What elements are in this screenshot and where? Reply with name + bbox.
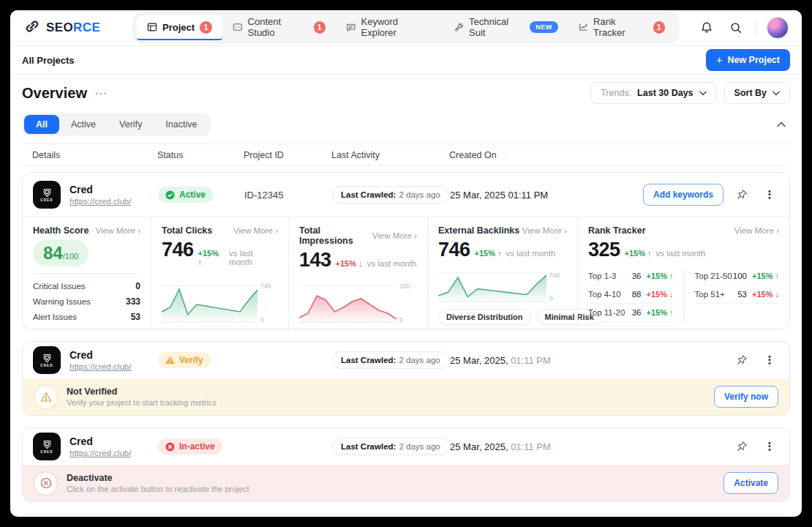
view-more-link[interactable]: View More ›	[233, 226, 278, 235]
brand-name: SEORCE	[46, 20, 100, 35]
kebab-menu-icon[interactable]: ⋮	[760, 185, 779, 204]
rank-row: Top 51+53+15% ↓	[695, 285, 780, 304]
project-name: Cred	[69, 184, 131, 197]
table-row: CRED Cred https://cred.club/ In-active L…	[23, 428, 789, 465]
table-header: Details Status Project ID Last Activity …	[22, 143, 790, 166]
trends-dropdown[interactable]: Trends: Last 30 Days	[590, 82, 716, 104]
status-filter-group: All Active Verify Inactive	[22, 113, 211, 136]
rank-tracker-card: Rank Tracker View More › 325 +15% ↑ vs l…	[577, 217, 789, 332]
view-more-link[interactable]: View More ›	[96, 226, 140, 235]
pin-icon[interactable]	[732, 437, 751, 456]
status-badge-active: Active	[158, 187, 213, 203]
tab-content-studio[interactable]: Content Studio 1	[222, 15, 336, 40]
not-verified-banner: Not Verified Verify your project to star…	[23, 378, 789, 415]
external-backlinks-card: External Backlinks View More › 746 +15% …	[427, 217, 577, 332]
col-details: Details	[32, 150, 157, 160]
created-on: 25 Mar, 2025, 01:11 PM	[450, 441, 732, 452]
warning-triangle-icon	[165, 356, 175, 365]
main-nav: Project 1 Content Studio 1 Keyword Explo…	[133, 12, 679, 43]
chevron-down-icon	[772, 91, 780, 96]
project-url-link[interactable]: https://cred.club/	[69, 362, 131, 371]
banner-subtitle: Verify your project to start tracking me…	[67, 398, 217, 407]
breadcrumb[interactable]: All Projects	[22, 55, 75, 66]
last-crawled-pill: Last Crawled:2 days ago	[332, 438, 449, 455]
notification-bell-icon[interactable]	[697, 18, 716, 37]
kebab-menu-icon[interactable]: ⋮	[760, 437, 779, 456]
avatar[interactable]	[767, 17, 789, 39]
table-row: CRED Cred https://cred.club/	[23, 515, 789, 517]
pin-icon[interactable]	[732, 351, 751, 370]
rank-row: Top 21-50100+15% ↑	[695, 267, 780, 285]
chevron-up-icon[interactable]	[772, 116, 790, 133]
cred-logo: CRED	[33, 346, 61, 374]
health-score-value: 84/100	[33, 240, 89, 266]
main-content: Overview ⋯ Trends: Last 30 Days Sort By …	[10, 82, 802, 517]
backlinks-sparkline: 7460	[438, 267, 567, 304]
activate-button[interactable]: Activate	[723, 472, 778, 494]
filter-all[interactable]: All	[24, 115, 59, 134]
impressions-sparkline: 1000	[299, 278, 417, 325]
view-more-link[interactable]: View More ›	[372, 231, 417, 240]
cred-logo: CRED	[33, 433, 61, 460]
app-window: SEORCE Project 1 Content Studio 1 Keywor…	[10, 10, 802, 517]
new-project-button[interactable]: + New Project	[706, 49, 790, 71]
issue-row: Critical Issues0	[33, 279, 140, 294]
divider	[756, 20, 756, 36]
rank-tracker-icon	[579, 22, 589, 32]
pin-icon[interactable]	[732, 185, 751, 204]
metrics-row: Health Score View More › 84/100 Critical…	[23, 217, 789, 329]
tab-keyword-explorer[interactable]: Keyword Explorer	[336, 15, 444, 40]
sort-by-dropdown[interactable]: Sort By	[724, 82, 790, 104]
status-badge-verify: Verify	[158, 352, 211, 368]
table-row: CRED Cred https://cred.club/ Active ID-1…	[23, 173, 789, 217]
view-more-link[interactable]: View More ›	[734, 226, 779, 235]
rank-row: Top 1-336+15% ↑	[588, 267, 674, 285]
rank-row: Top 4-1088+15% ↓	[588, 285, 674, 304]
col-status: Status	[157, 150, 244, 160]
rank-row: Top 11-2036+15% ↑	[588, 304, 674, 322]
created-on: 25 Mar, 2025 01:11 PM	[450, 190, 643, 201]
tab-rank-tracker[interactable]: Rank Tracker 1	[568, 15, 675, 40]
filter-verify[interactable]: Verify	[108, 115, 154, 134]
tab-technical-suit[interactable]: Technical Suit NEW	[444, 15, 568, 40]
filter-inactive[interactable]: Inactive	[154, 115, 208, 134]
rank-tracker-count-badge: 1	[653, 21, 665, 34]
rank-breakdown-table: Top 1-336+15% ↑ Top 4-1088+15% ↓ Top 11-…	[588, 267, 779, 325]
view-more-link[interactable]: View More ›	[522, 226, 567, 235]
content-studio-count-badge: 1	[314, 21, 326, 34]
banner-subtitle: Click on the activate button to reactiva…	[67, 485, 249, 493]
tab-project[interactable]: Project 1	[137, 15, 222, 40]
filter-active[interactable]: Active	[59, 115, 108, 134]
content-studio-icon	[233, 22, 243, 32]
col-last-activity: Last Activity	[331, 150, 449, 160]
health-score-card: Health Score View More › 84/100 Critical…	[23, 217, 151, 332]
project-url-link[interactable]: https://cred.club/	[69, 197, 131, 206]
new-feature-badge: NEW	[530, 21, 557, 33]
project-card-inactive: CRED Cred https://cred.club/ In-active L…	[22, 427, 790, 502]
status-badge-inactive: In-active	[158, 438, 222, 455]
tag-diverse-distribution: Diverse Distribution	[438, 309, 531, 325]
topbar-actions	[679, 17, 789, 39]
project-name: Cred	[69, 349, 131, 362]
project-id: ID-12345	[244, 190, 332, 201]
brand-logo[interactable]: SEORCE	[23, 18, 133, 38]
col-project-id: Project ID	[244, 150, 331, 160]
table-row: CRED Cred https://cred.club/ Verify Last…	[23, 342, 789, 378]
check-circle-icon	[165, 190, 175, 200]
last-crawled-pill: Last Crawled:2 days ago	[332, 186, 449, 203]
col-created-on: Created On	[449, 150, 780, 160]
chevron-down-icon	[699, 91, 707, 96]
search-icon[interactable]	[726, 18, 745, 37]
overflow-menu-icon[interactable]: ⋯	[94, 86, 108, 101]
subheader: All Projects + New Project	[10, 46, 802, 75]
warning-triangle-icon	[34, 385, 58, 409]
project-url-link[interactable]: https://cred.club/	[69, 449, 131, 457]
verify-now-button[interactable]: Verify now	[714, 386, 778, 408]
add-keywords-button[interactable]: Add keywords	[643, 184, 723, 206]
keyword-explorer-icon	[346, 22, 356, 32]
issue-row: Warning Issues333	[33, 294, 140, 310]
kebab-menu-icon[interactable]: ⋮	[760, 351, 779, 370]
project-card-verify: CRED Cred https://cred.club/ Verify Last…	[22, 341, 790, 416]
top-navbar: SEORCE Project 1 Content Studio 1 Keywor…	[10, 10, 802, 46]
x-circle-icon	[34, 471, 58, 496]
